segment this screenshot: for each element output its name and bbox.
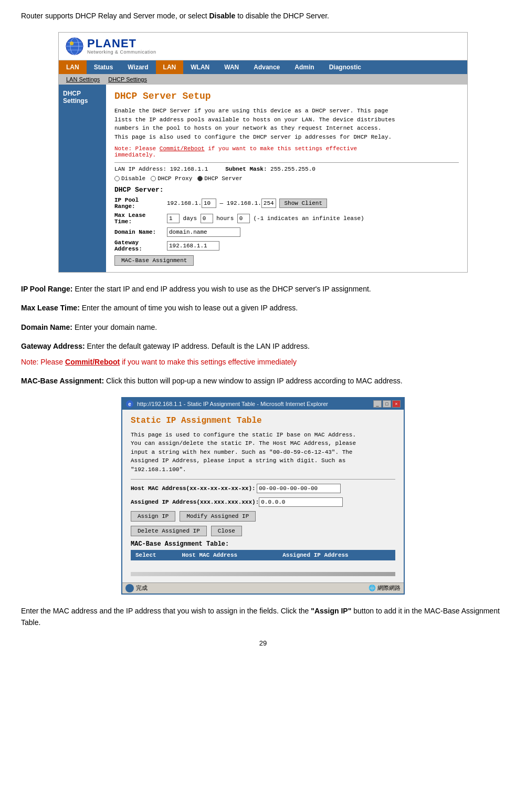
- scrollbar[interactable]: [131, 572, 395, 576]
- router-frame: PLANET Networking & Communication LAN St…: [58, 32, 468, 273]
- popup-description: This page is used to configure the stati…: [131, 431, 395, 474]
- dhcp-setup-title: DHCP Server Setup: [114, 91, 459, 101]
- popup-titlebar-left: e http://192.168.1.1 - Static IP Assignm…: [125, 400, 328, 408]
- lease-days-input[interactable]: [167, 214, 180, 223]
- radio-dhcp-server[interactable]: DHCP Server: [197, 175, 243, 182]
- modify-assigned-ip-button[interactable]: Modify Assigned IP: [180, 511, 256, 522]
- commit-reboot-text[interactable]: Commit/Reboot: [65, 358, 120, 366]
- gateway-heading: Gateway Address:: [21, 342, 85, 350]
- ip-pool-start-input[interactable]: [202, 199, 216, 208]
- table-header-ip: Assigned IP Address: [278, 550, 395, 560]
- intro-text2: to disable the DHCP Server.: [235, 12, 329, 20]
- ip-pool-row: IP PoolRange: 192.168.1. — 192.168.1. Sh…: [114, 197, 459, 210]
- popup-ip-input[interactable]: [259, 497, 343, 507]
- nav-item-diagnostic[interactable]: Diagnostic: [322, 60, 369, 74]
- radio-server-circle: [197, 176, 203, 181]
- planet-logo: PLANET Networking & Communication: [65, 37, 156, 56]
- planet-name: PLANET: [87, 38, 156, 49]
- popup-mac-input[interactable]: [257, 484, 341, 493]
- radio-disable-circle: [114, 176, 120, 181]
- table-header-select: Select: [131, 550, 178, 560]
- note-commit-reboot: Note: Please Commit/Reboot if you want t…: [21, 357, 505, 368]
- popup-divider: [131, 479, 395, 480]
- sidebar-dhcp-label: DHCP Settings: [63, 90, 88, 105]
- nav-item-wlan[interactable]: WLAN: [183, 60, 217, 74]
- delete-assigned-ip-button[interactable]: Delete Assigned IP: [131, 526, 207, 536]
- page-number: 29: [21, 639, 505, 647]
- max-lease-section: Max Lease Time: Enter the amount of time…: [21, 302, 505, 314]
- ip-pool-end-text: 192.168.1.: [227, 200, 261, 206]
- enter-mac-text1: Enter the MAC address and the IP address…: [21, 607, 311, 615]
- mac-table-label: MAC-Base Assignment Table:: [131, 540, 395, 548]
- gateway-section: Gateway Address: Enter the default gatew…: [21, 340, 505, 352]
- show-client-button[interactable]: Show Client: [279, 199, 327, 208]
- minutes-note: (-1 indicates an infinite lease): [253, 215, 364, 222]
- note-suffix: if you want to make this settings effect…: [120, 358, 297, 366]
- lease-hours-input[interactable]: [201, 214, 213, 223]
- ip-pool-label: IP PoolRange:: [114, 197, 167, 210]
- max-lease-desc: Enter the amount of time you wish to lea…: [82, 304, 298, 312]
- gateway-input[interactable]: [167, 241, 219, 251]
- sub-nav-bar: LAN Settings DHCP Settings: [59, 74, 467, 85]
- router-screenshot: PLANET Networking & Communication LAN St…: [21, 32, 505, 273]
- popup-window: e http://192.168.1.1 - Static IP Assignm…: [121, 397, 405, 595]
- max-lease-row: Max LeaseTime: days hours (-1 indicates …: [114, 212, 459, 225]
- nav-item-admin[interactable]: Admin: [287, 60, 321, 74]
- nav-item-lan-left[interactable]: LAN: [59, 60, 87, 74]
- gateway-desc: Enter the default gateway IP address. De…: [87, 342, 310, 350]
- subnet-mask-label: Subnet Mask:: [225, 166, 270, 172]
- ip-pool-heading: IP Pool Range:: [21, 285, 73, 293]
- radio-row: Disable DHCP Proxy DHCP Server: [114, 175, 459, 182]
- radio-disable-label: Disable: [121, 175, 145, 182]
- days-label: days: [183, 215, 197, 222]
- nav-item-wan[interactable]: WAN: [217, 60, 246, 74]
- radio-disable[interactable]: Disable: [114, 175, 145, 182]
- close-window-button[interactable]: ×: [392, 400, 401, 408]
- popup-buttons-row: Assign IP Modify Assigned IP: [131, 511, 395, 522]
- gateway-label: GatewayAddress:: [114, 240, 167, 252]
- sub-nav-lan-settings[interactable]: LAN Settings: [63, 75, 103, 84]
- maximize-button[interactable]: □: [383, 400, 391, 408]
- sub-nav-dhcp-settings[interactable]: DHCP Settings: [105, 75, 150, 84]
- assign-ip-button[interactable]: Assign IP: [131, 511, 175, 522]
- ip-pool-end-input[interactable]: [261, 199, 276, 208]
- nav-item-advance[interactable]: Advance: [246, 60, 287, 74]
- logo-bar: PLANET Networking & Communication: [59, 33, 467, 60]
- dhcp-desc-text: Enable the DHCP Server if you are using …: [114, 107, 459, 141]
- lan-ip-info: LAN IP Address: 192.168.1.1 Subnet Mask:…: [114, 166, 459, 172]
- right-panel: DHCP Server Setup Enable the DHCP Server…: [106, 85, 467, 272]
- close-popup-button[interactable]: Close: [211, 526, 242, 536]
- popup-titlebar: e http://192.168.1.1 - Static IP Assignm…: [122, 398, 404, 410]
- radio-proxy-label: DHCP Proxy: [157, 175, 192, 182]
- intro-paragraph: Router supports DHCP Relay and Server mo…: [21, 11, 505, 22]
- nav-item-lan[interactable]: LAN: [156, 60, 184, 74]
- domain-name-input[interactable]: [167, 227, 240, 237]
- minimize-button[interactable]: _: [373, 400, 382, 408]
- nav-item-status[interactable]: Status: [87, 60, 121, 74]
- domain-name-desc: Enter your domain name.: [75, 323, 157, 331]
- planet-text: PLANET Networking & Communication: [87, 38, 156, 55]
- enter-mac-paragraph: Enter the MAC address and the IP address…: [21, 605, 505, 629]
- max-lease-heading: Max Lease Time:: [21, 304, 80, 312]
- popup-mac-label: Host MAC Address(xx-xx-xx-xx-xx-xx):: [131, 485, 257, 492]
- nav-bar: LAN Status Wizard LAN WLAN WAN Advance A…: [59, 60, 467, 74]
- popup-statusbar: 完成 🌐 網際網路: [122, 582, 404, 594]
- popup-window-buttons: _ □ ×: [373, 400, 401, 408]
- status-network-icon: 🌐: [369, 585, 376, 591]
- intro-text1: Router supports DHCP Relay and Server mo…: [21, 12, 209, 20]
- mac-base-assignment-button[interactable]: MAC-Base Assignment: [114, 255, 194, 266]
- note-prefix: Note: Please: [21, 358, 65, 366]
- popup-title: Static IP Assignment Table: [131, 416, 395, 425]
- radio-proxy-circle: [151, 176, 156, 181]
- commit-reboot-link[interactable]: Commit/Reboot: [160, 145, 205, 152]
- svg-text:e: e: [128, 401, 131, 407]
- popup-body: Static IP Assignment Table This page is …: [122, 410, 404, 582]
- nav-item-wizard[interactable]: Wizard: [120, 60, 155, 74]
- lease-minutes-input[interactable]: [237, 214, 250, 223]
- sidebar: DHCP Settings: [59, 85, 106, 272]
- domain-name-section: Domain Name: Enter your domain name.: [21, 321, 505, 333]
- main-content-area: DHCP Settings DHCP Server Setup Enable t…: [59, 85, 467, 272]
- radio-dhcp-proxy[interactable]: DHCP Proxy: [151, 175, 192, 182]
- ie-icon: e: [125, 400, 134, 408]
- dhcp-server-section-label: DHCP Server:: [114, 186, 459, 194]
